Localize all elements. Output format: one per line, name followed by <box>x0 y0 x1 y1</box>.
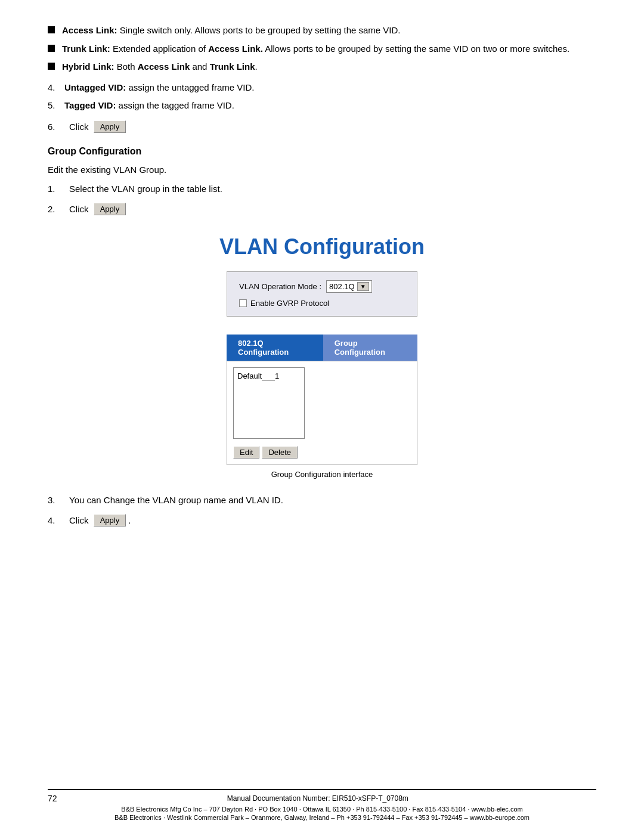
group-step-1: 1. Select the VLAN group in the table li… <box>48 182 596 196</box>
bullet-access-link: Access Link: Single switch only. Allows … <box>48 24 596 38</box>
gvrp-row: Enable GVRP Protocol <box>239 299 405 308</box>
vlan-mode-row: VLAN Operation Mode : 802.1Q ▼ <box>239 280 405 293</box>
apply-button-step6[interactable]: Apply <box>94 120 126 133</box>
step-4-untagged: 4. Untagged VID: assign the untagged fra… <box>48 81 596 95</box>
group-config-panel: Default___1 Edit Delete <box>227 361 417 465</box>
tagged-vid-label: Tagged VID: <box>64 100 116 110</box>
bullet-hybrid-link-text: Hybrid Link: Both Access Link and Trunk … <box>62 60 258 74</box>
bullet-access-link-text: Access Link: Single switch only. Allows … <box>62 24 401 38</box>
vlan-config-title: VLAN Configuration <box>219 234 425 259</box>
gvrp-label: Enable GVRP Protocol <box>250 299 329 308</box>
step-5-text: Tagged VID: assign the tagged frame VID. <box>64 99 234 113</box>
group-step-2: 2. Click Apply <box>48 202 596 216</box>
access-link-ref2: Access Link <box>138 61 190 72</box>
bullet-icon <box>48 26 55 33</box>
step-6-row: 6. Click Apply <box>48 120 596 134</box>
listbox-item[interactable]: Default___1 <box>236 370 302 382</box>
dropdown-arrow-icon[interactable]: ▼ <box>357 282 369 291</box>
bottom-step-3: 3. You can Change the VLAN group name an… <box>48 493 596 507</box>
step-5-tagged: 5. Tagged VID: assign the tagged frame V… <box>48 99 596 113</box>
trunk-link-ref: Trunk Link <box>210 61 255 72</box>
apply-button-step4[interactable]: Apply <box>94 514 126 527</box>
hybrid-link-label: Hybrid Link: <box>62 61 114 72</box>
group-config-title: Group Configuration <box>48 146 596 157</box>
group-step-1-text: Select the VLAN group in the table list. <box>69 182 222 196</box>
page: Access Link: Single switch only. Allows … <box>0 0 644 833</box>
apply-button-group-step2[interactable]: Apply <box>94 203 126 215</box>
group-step-num-2: 2. <box>48 202 69 216</box>
bottom-step-num-3: 3. <box>48 493 69 507</box>
gvrp-checkbox[interactable] <box>239 299 247 307</box>
edit-button[interactable]: Edit <box>233 446 259 459</box>
listbox-btn-row: Edit Delete <box>233 446 298 459</box>
tab-802-1q[interactable]: 802.1Q Configuration <box>227 335 323 361</box>
bottom-step-4-click: Click Apply . <box>69 513 131 528</box>
group-config-caption: Group Configuration interface <box>271 470 373 479</box>
step-4-text: Untagged VID: assign the untagged frame … <box>64 81 254 95</box>
bullet-trunk-link: Trunk Link: Extended application of Acce… <box>48 42 596 56</box>
trunk-link-label: Trunk Link: <box>62 44 113 54</box>
footer-company2: B&B Electronics · Westlink Commercial Pa… <box>48 814 596 821</box>
vlan-mode-select[interactable]: 802.1Q ▼ <box>326 280 372 293</box>
bottom-step-3-text: You can Change the VLAN group name and V… <box>69 493 283 507</box>
group-step-2-click: Click Apply <box>69 202 126 216</box>
bullet-list: Access Link: Single switch only. Allows … <box>48 24 596 74</box>
step-num-4: 4. <box>48 81 64 95</box>
click-text-6: Click <box>69 120 89 134</box>
bottom-step-4: 4. Click Apply . <box>48 513 596 528</box>
numbered-list: 4. Untagged VID: assign the untagged fra… <box>48 81 596 113</box>
footer-company1: B&B Electronics Mfg Co Inc – 707 Dayton … <box>48 806 596 813</box>
step-num-5: 5. <box>48 99 64 113</box>
vlan-mode-value: 802.1Q <box>329 282 355 291</box>
click-text-group-2: Click <box>69 202 89 216</box>
step-6-click: Click Apply <box>69 120 126 134</box>
bullet-trunk-link-text: Trunk Link: Extended application of Acce… <box>62 42 569 56</box>
group-step-num-1: 1. <box>48 182 69 196</box>
vlan-config-section: VLAN Configuration VLAN Operation Mode :… <box>48 234 596 479</box>
access-link-ref: Access Link. <box>208 44 263 54</box>
page-number: 72 <box>48 794 57 803</box>
footer-doc-num: Manual Documentation Number: EIR510-xSFP… <box>57 794 578 803</box>
tabs-container: 802.1Q Configuration Group Configuration… <box>227 335 417 465</box>
bullet-icon <box>48 63 55 70</box>
tabs-row: 802.1Q Configuration Group Configuration <box>227 335 417 361</box>
vlan-mode-label: VLAN Operation Mode : <box>239 282 321 291</box>
listbox-wrapper: Default___1 Edit Delete <box>233 367 411 459</box>
untagged-vid-label: Untagged VID: <box>64 82 126 92</box>
click-text-bottom-4: Click <box>69 513 89 528</box>
access-link-label: Access Link: <box>62 25 117 35</box>
bullet-icon <box>48 45 55 52</box>
delete-button[interactable]: Delete <box>262 446 298 459</box>
bullet-hybrid-link: Hybrid Link: Both Access Link and Trunk … <box>48 60 596 74</box>
group-listbox[interactable]: Default___1 <box>233 367 305 439</box>
step-num-6: 6. <box>48 120 69 134</box>
vlan-config-box: VLAN Operation Mode : 802.1Q ▼ Enable GV… <box>227 271 417 317</box>
group-config-description: Edit the existing VLAN Group. <box>48 163 596 177</box>
tab-group-config[interactable]: Group Configuration <box>323 335 417 361</box>
bottom-step-num-4: 4. <box>48 513 69 528</box>
